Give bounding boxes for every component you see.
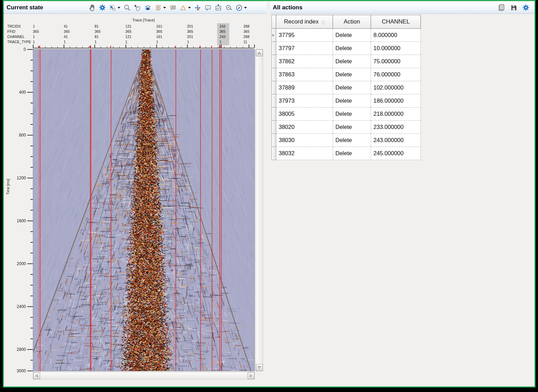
axis-tick bbox=[193, 46, 194, 48]
header-table-icon[interactable] bbox=[169, 4, 177, 12]
zoom-magnifier-icon[interactable] bbox=[123, 4, 131, 12]
table-cell[interactable]: 10.000000 bbox=[371, 42, 421, 55]
dropdown-caret-icon bbox=[244, 7, 247, 9]
wiggle-traces-icon[interactable] bbox=[154, 4, 166, 12]
export-image-icon[interactable] bbox=[214, 4, 222, 12]
amplitude-curve-icon[interactable] bbox=[179, 4, 191, 12]
row-header[interactable] bbox=[271, 55, 276, 68]
column-header-action[interactable]: Action bbox=[333, 15, 371, 29]
table-cell[interactable]: Delete bbox=[333, 42, 371, 55]
table-cell[interactable]: 102.000000 bbox=[371, 81, 421, 94]
layers-icon[interactable] bbox=[144, 4, 152, 12]
column-header-record-index[interactable]: Record index∕△ bbox=[276, 15, 333, 29]
compass-icon[interactable] bbox=[235, 4, 247, 12]
horizontal-scrollbar[interactable] bbox=[33, 372, 255, 380]
table-cell[interactable]: Delete bbox=[333, 121, 371, 134]
table-cell[interactable]: 37797 bbox=[276, 42, 333, 55]
row-header[interactable] bbox=[271, 147, 276, 160]
table-row[interactable]: 38005Delete218.000000 bbox=[271, 108, 421, 121]
table-row[interactable]: 37795Delete8.000000 bbox=[271, 29, 421, 42]
axis-tick bbox=[33, 46, 33, 48]
select-region-icon[interactable] bbox=[109, 4, 121, 12]
table-cell[interactable]: Delete bbox=[333, 94, 371, 108]
table-cell[interactable]: Delete bbox=[333, 147, 371, 160]
axis-tick bbox=[27, 263, 33, 264]
header-row-label: TRCIDX bbox=[7, 24, 21, 28]
row-header[interactable] bbox=[271, 94, 276, 108]
row-header[interactable] bbox=[271, 42, 276, 55]
header-row-value: 161 bbox=[156, 24, 163, 28]
row-header[interactable] bbox=[271, 81, 276, 94]
table-cell[interactable]: Delete bbox=[333, 108, 371, 121]
column-header-channel[interactable]: CHANNEL bbox=[371, 15, 421, 29]
measure-tool-icon[interactable] bbox=[225, 4, 233, 12]
table-cell[interactable]: 38030 bbox=[276, 134, 333, 147]
table-cell[interactable]: 38005 bbox=[276, 108, 333, 121]
table-cell[interactable]: 37973 bbox=[276, 94, 333, 108]
table-cell[interactable]: 76.000000 bbox=[371, 68, 421, 81]
table-row[interactable]: 37863Delete76.000000 bbox=[271, 68, 421, 81]
header-row-value: 1 bbox=[33, 35, 35, 39]
scroll-up-button[interactable] bbox=[256, 49, 263, 56]
row-header[interactable] bbox=[271, 29, 276, 42]
axis-tick bbox=[126, 46, 126, 48]
table-cell[interactable]: 37863 bbox=[276, 68, 333, 81]
table-cell[interactable]: Delete bbox=[333, 81, 371, 94]
table-cell[interactable]: 37795 bbox=[276, 29, 333, 42]
axis-tick bbox=[236, 46, 237, 48]
table-cell[interactable]: 38032 bbox=[276, 147, 333, 160]
pan-hand-icon[interactable] bbox=[88, 4, 96, 12]
right-panel-header: All actions bbox=[270, 2, 535, 14]
table-row[interactable]: 37797Delete10.000000 bbox=[271, 42, 421, 55]
table-cell[interactable]: Delete bbox=[333, 55, 371, 68]
axis-tick bbox=[94, 46, 95, 48]
table-cell[interactable]: 75.000000 bbox=[371, 55, 421, 68]
scroll-right-button[interactable] bbox=[248, 372, 254, 379]
row-header[interactable] bbox=[271, 134, 276, 147]
time-axis-label: Time [ms] bbox=[6, 179, 10, 195]
header-row-value: 365 bbox=[64, 29, 70, 34]
table-row[interactable]: 38030Delete243.000000 bbox=[271, 134, 421, 147]
axis-tick bbox=[30, 274, 33, 275]
scroll-left-button[interactable] bbox=[33, 372, 40, 379]
vertical-scrollbar[interactable] bbox=[256, 49, 263, 371]
table-row[interactable]: 37889Delete102.000000 bbox=[271, 81, 421, 94]
row-header[interactable] bbox=[271, 108, 276, 121]
table-cell[interactable]: 245.000000 bbox=[371, 147, 421, 160]
pick-crosshair-icon[interactable] bbox=[194, 4, 202, 12]
axis-tick bbox=[30, 113, 33, 114]
seismic-plot[interactable] bbox=[33, 49, 255, 371]
axis-tick bbox=[101, 46, 101, 48]
comment-bubble-icon[interactable] bbox=[204, 4, 212, 12]
axis-tick bbox=[221, 46, 221, 48]
table-cell[interactable]: 218.000000 bbox=[371, 108, 421, 121]
mouse-pointer-icon[interactable] bbox=[133, 4, 141, 12]
scroll-down-button[interactable] bbox=[256, 364, 263, 371]
table-cell[interactable]: 38020 bbox=[276, 121, 333, 134]
axis-tick bbox=[187, 46, 187, 48]
table-cell[interactable]: Delete bbox=[333, 29, 371, 42]
table-cell[interactable]: 37889 bbox=[276, 81, 333, 94]
table-cell[interactable]: 37862 bbox=[276, 55, 333, 68]
table-cell[interactable]: 233.000000 bbox=[371, 121, 421, 134]
table-cell[interactable]: Delete bbox=[333, 134, 371, 147]
header-row-value: 243 bbox=[220, 35, 226, 39]
table-row[interactable]: 38032Delete245.000000 bbox=[271, 147, 421, 160]
table-row[interactable]: 37973Delete186.000000 bbox=[271, 94, 421, 108]
report-list-icon[interactable] bbox=[497, 3, 505, 12]
table-cell[interactable]: 243.000000 bbox=[371, 134, 421, 147]
header-row-value: 201 bbox=[187, 35, 193, 39]
table-row[interactable]: 37862Delete75.000000 bbox=[271, 55, 421, 68]
settings-gear-icon[interactable] bbox=[99, 4, 106, 11]
table-cell[interactable]: 8.000000 bbox=[371, 29, 421, 42]
settings-gear-icon[interactable] bbox=[522, 4, 530, 11]
table-cell[interactable]: Delete bbox=[333, 68, 371, 81]
row-header[interactable] bbox=[271, 121, 276, 134]
table-cell[interactable]: 186.000000 bbox=[371, 94, 421, 108]
save-disk-icon[interactable] bbox=[510, 4, 518, 11]
table-row[interactable]: 38020Delete233.000000 bbox=[271, 121, 421, 134]
row-header[interactable] bbox=[271, 68, 276, 81]
axis-tick bbox=[206, 46, 206, 48]
header-row-value: 1 bbox=[156, 40, 158, 44]
header-row-value: 243 bbox=[220, 24, 226, 28]
